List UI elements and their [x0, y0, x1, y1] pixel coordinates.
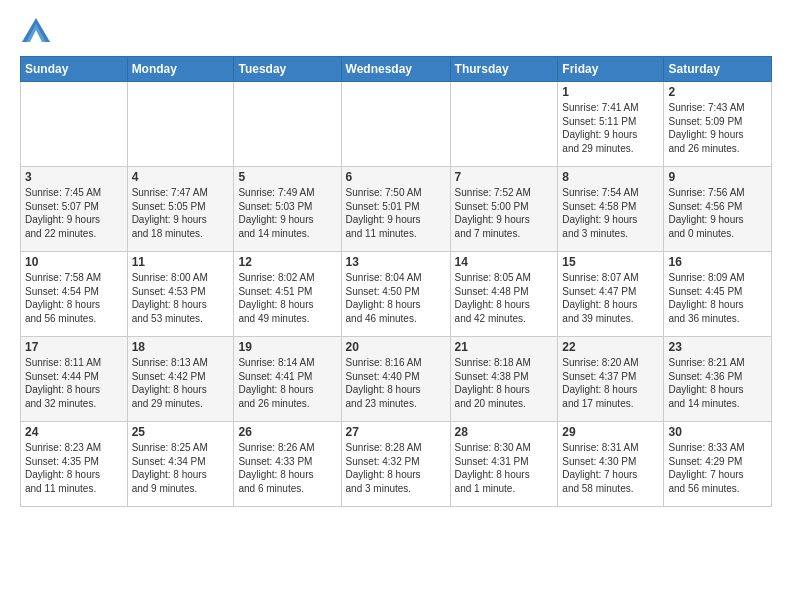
day-info: Sunrise: 8:02 AM Sunset: 4:51 PM Dayligh… [238, 271, 336, 325]
day-number: 8 [562, 170, 659, 184]
day-cell: 10Sunrise: 7:58 AM Sunset: 4:54 PM Dayli… [21, 252, 128, 337]
day-cell: 24Sunrise: 8:23 AM Sunset: 4:35 PM Dayli… [21, 422, 128, 507]
day-info: Sunrise: 8:30 AM Sunset: 4:31 PM Dayligh… [455, 441, 554, 495]
day-cell: 30Sunrise: 8:33 AM Sunset: 4:29 PM Dayli… [664, 422, 772, 507]
day-number: 15 [562, 255, 659, 269]
weekday-header-wednesday: Wednesday [341, 57, 450, 82]
day-number: 7 [455, 170, 554, 184]
day-info: Sunrise: 7:49 AM Sunset: 5:03 PM Dayligh… [238, 186, 336, 240]
day-number: 13 [346, 255, 446, 269]
day-cell: 19Sunrise: 8:14 AM Sunset: 4:41 PM Dayli… [234, 337, 341, 422]
day-info: Sunrise: 8:07 AM Sunset: 4:47 PM Dayligh… [562, 271, 659, 325]
day-cell: 2Sunrise: 7:43 AM Sunset: 5:09 PM Daylig… [664, 82, 772, 167]
header [20, 16, 772, 44]
day-info: Sunrise: 7:41 AM Sunset: 5:11 PM Dayligh… [562, 101, 659, 155]
day-info: Sunrise: 8:05 AM Sunset: 4:48 PM Dayligh… [455, 271, 554, 325]
day-number: 4 [132, 170, 230, 184]
calendar-table: SundayMondayTuesdayWednesdayThursdayFrid… [20, 56, 772, 507]
day-cell [341, 82, 450, 167]
page: SundayMondayTuesdayWednesdayThursdayFrid… [0, 0, 792, 517]
day-number: 23 [668, 340, 767, 354]
day-number: 9 [668, 170, 767, 184]
day-number: 21 [455, 340, 554, 354]
day-cell: 15Sunrise: 8:07 AM Sunset: 4:47 PM Dayli… [558, 252, 664, 337]
day-info: Sunrise: 8:25 AM Sunset: 4:34 PM Dayligh… [132, 441, 230, 495]
day-number: 27 [346, 425, 446, 439]
day-cell [234, 82, 341, 167]
day-info: Sunrise: 7:43 AM Sunset: 5:09 PM Dayligh… [668, 101, 767, 155]
day-cell: 8Sunrise: 7:54 AM Sunset: 4:58 PM Daylig… [558, 167, 664, 252]
day-cell: 6Sunrise: 7:50 AM Sunset: 5:01 PM Daylig… [341, 167, 450, 252]
weekday-header-sunday: Sunday [21, 57, 128, 82]
day-cell: 11Sunrise: 8:00 AM Sunset: 4:53 PM Dayli… [127, 252, 234, 337]
day-info: Sunrise: 8:21 AM Sunset: 4:36 PM Dayligh… [668, 356, 767, 410]
day-number: 2 [668, 85, 767, 99]
day-cell: 9Sunrise: 7:56 AM Sunset: 4:56 PM Daylig… [664, 167, 772, 252]
weekday-header-thursday: Thursday [450, 57, 558, 82]
day-info: Sunrise: 7:52 AM Sunset: 5:00 PM Dayligh… [455, 186, 554, 240]
day-info: Sunrise: 8:28 AM Sunset: 4:32 PM Dayligh… [346, 441, 446, 495]
weekday-header-row: SundayMondayTuesdayWednesdayThursdayFrid… [21, 57, 772, 82]
day-number: 12 [238, 255, 336, 269]
day-info: Sunrise: 8:31 AM Sunset: 4:30 PM Dayligh… [562, 441, 659, 495]
day-number: 16 [668, 255, 767, 269]
weekday-header-friday: Friday [558, 57, 664, 82]
day-info: Sunrise: 8:14 AM Sunset: 4:41 PM Dayligh… [238, 356, 336, 410]
weekday-header-tuesday: Tuesday [234, 57, 341, 82]
day-number: 6 [346, 170, 446, 184]
day-info: Sunrise: 7:56 AM Sunset: 4:56 PM Dayligh… [668, 186, 767, 240]
day-cell: 26Sunrise: 8:26 AM Sunset: 4:33 PM Dayli… [234, 422, 341, 507]
day-number: 5 [238, 170, 336, 184]
day-info: Sunrise: 8:11 AM Sunset: 4:44 PM Dayligh… [25, 356, 123, 410]
day-cell: 4Sunrise: 7:47 AM Sunset: 5:05 PM Daylig… [127, 167, 234, 252]
day-cell [450, 82, 558, 167]
day-info: Sunrise: 8:00 AM Sunset: 4:53 PM Dayligh… [132, 271, 230, 325]
logo-icon [20, 16, 52, 44]
day-number: 30 [668, 425, 767, 439]
day-number: 3 [25, 170, 123, 184]
day-cell: 16Sunrise: 8:09 AM Sunset: 4:45 PM Dayli… [664, 252, 772, 337]
day-number: 14 [455, 255, 554, 269]
day-number: 19 [238, 340, 336, 354]
day-info: Sunrise: 7:47 AM Sunset: 5:05 PM Dayligh… [132, 186, 230, 240]
day-number: 24 [25, 425, 123, 439]
day-cell: 3Sunrise: 7:45 AM Sunset: 5:07 PM Daylig… [21, 167, 128, 252]
day-info: Sunrise: 7:50 AM Sunset: 5:01 PM Dayligh… [346, 186, 446, 240]
day-number: 1 [562, 85, 659, 99]
day-cell [127, 82, 234, 167]
day-info: Sunrise: 8:04 AM Sunset: 4:50 PM Dayligh… [346, 271, 446, 325]
day-info: Sunrise: 8:23 AM Sunset: 4:35 PM Dayligh… [25, 441, 123, 495]
day-number: 26 [238, 425, 336, 439]
day-cell: 17Sunrise: 8:11 AM Sunset: 4:44 PM Dayli… [21, 337, 128, 422]
day-info: Sunrise: 8:13 AM Sunset: 4:42 PM Dayligh… [132, 356, 230, 410]
day-cell [21, 82, 128, 167]
day-cell: 25Sunrise: 8:25 AM Sunset: 4:34 PM Dayli… [127, 422, 234, 507]
day-cell: 1Sunrise: 7:41 AM Sunset: 5:11 PM Daylig… [558, 82, 664, 167]
day-cell: 22Sunrise: 8:20 AM Sunset: 4:37 PM Dayli… [558, 337, 664, 422]
day-info: Sunrise: 7:45 AM Sunset: 5:07 PM Dayligh… [25, 186, 123, 240]
week-row-3: 10Sunrise: 7:58 AM Sunset: 4:54 PM Dayli… [21, 252, 772, 337]
day-cell: 21Sunrise: 8:18 AM Sunset: 4:38 PM Dayli… [450, 337, 558, 422]
day-info: Sunrise: 8:09 AM Sunset: 4:45 PM Dayligh… [668, 271, 767, 325]
day-cell: 7Sunrise: 7:52 AM Sunset: 5:00 PM Daylig… [450, 167, 558, 252]
day-info: Sunrise: 7:58 AM Sunset: 4:54 PM Dayligh… [25, 271, 123, 325]
day-number: 22 [562, 340, 659, 354]
day-cell: 29Sunrise: 8:31 AM Sunset: 4:30 PM Dayli… [558, 422, 664, 507]
day-number: 29 [562, 425, 659, 439]
day-cell: 23Sunrise: 8:21 AM Sunset: 4:36 PM Dayli… [664, 337, 772, 422]
day-cell: 14Sunrise: 8:05 AM Sunset: 4:48 PM Dayli… [450, 252, 558, 337]
day-cell: 20Sunrise: 8:16 AM Sunset: 4:40 PM Dayli… [341, 337, 450, 422]
day-cell: 27Sunrise: 8:28 AM Sunset: 4:32 PM Dayli… [341, 422, 450, 507]
day-number: 20 [346, 340, 446, 354]
day-number: 11 [132, 255, 230, 269]
day-info: Sunrise: 8:33 AM Sunset: 4:29 PM Dayligh… [668, 441, 767, 495]
week-row-4: 17Sunrise: 8:11 AM Sunset: 4:44 PM Dayli… [21, 337, 772, 422]
day-info: Sunrise: 7:54 AM Sunset: 4:58 PM Dayligh… [562, 186, 659, 240]
day-number: 25 [132, 425, 230, 439]
week-row-1: 1Sunrise: 7:41 AM Sunset: 5:11 PM Daylig… [21, 82, 772, 167]
day-cell: 5Sunrise: 7:49 AM Sunset: 5:03 PM Daylig… [234, 167, 341, 252]
day-cell: 13Sunrise: 8:04 AM Sunset: 4:50 PM Dayli… [341, 252, 450, 337]
day-cell: 18Sunrise: 8:13 AM Sunset: 4:42 PM Dayli… [127, 337, 234, 422]
logo [20, 16, 56, 44]
day-cell: 12Sunrise: 8:02 AM Sunset: 4:51 PM Dayli… [234, 252, 341, 337]
